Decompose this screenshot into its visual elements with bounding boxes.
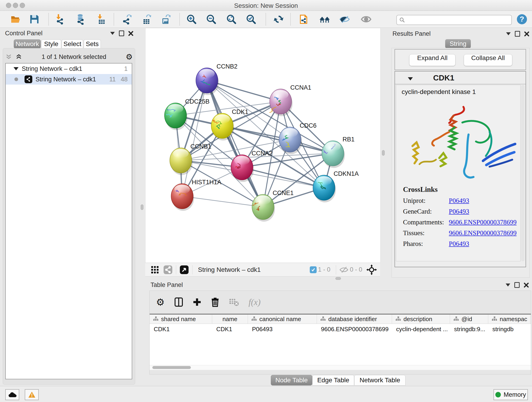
help-button[interactable]: ? bbox=[516, 14, 527, 25]
panel-close-icon[interactable] bbox=[524, 32, 529, 36]
graph-node-CDC6[interactable]: CDC6 bbox=[279, 122, 317, 154]
column-type-icon bbox=[395, 316, 401, 323]
graph-node-CDK1[interactable]: CDK1 bbox=[211, 108, 248, 140]
panel-collapse-icon[interactable] bbox=[506, 283, 510, 287]
tab-network-table[interactable]: Network Table bbox=[354, 375, 405, 385]
home-button[interactable] bbox=[319, 14, 330, 25]
export-network-button[interactable] bbox=[122, 14, 133, 25]
panel-collapse-icon[interactable] bbox=[506, 32, 511, 35]
scrollbar-thumb[interactable] bbox=[152, 366, 191, 369]
network-options-gear-icon[interactable]: ⚙ bbox=[126, 52, 133, 61]
column-header-name[interactable]: name bbox=[212, 314, 248, 324]
zoom-out-button[interactable] bbox=[206, 14, 217, 25]
import-network-from-database-button[interactable] bbox=[75, 14, 86, 25]
table-horizontal-scrollbar[interactable] bbox=[150, 365, 531, 370]
birds-eye-crosshair-icon[interactable] bbox=[366, 264, 377, 275]
results-scrollbar[interactable] bbox=[521, 85, 525, 261]
delete-table-icon[interactable] bbox=[229, 298, 239, 306]
save-session-button[interactable] bbox=[29, 14, 40, 25]
graph-node-CCNB2[interactable]: CCNB2 bbox=[196, 63, 238, 95]
toolbar-separator bbox=[290, 13, 291, 26]
add-column-icon[interactable] bbox=[193, 298, 201, 306]
panel-float-icon[interactable] bbox=[515, 31, 520, 37]
crosslink-label: Pharos: bbox=[403, 240, 449, 248]
column-header-namespac[interactable]: namespac bbox=[488, 314, 530, 324]
zoom-fit-button[interactable] bbox=[226, 14, 237, 25]
column-header-database-identifier[interactable]: database identifier bbox=[317, 314, 392, 324]
open-in-new-window-icon[interactable] bbox=[179, 265, 189, 274]
export-table-button[interactable] bbox=[141, 14, 152, 25]
tab-select[interactable]: Select bbox=[62, 39, 83, 49]
refresh-button[interactable] bbox=[273, 14, 284, 25]
graph-node-HIST1H1A[interactable]: HIST1H1A bbox=[171, 179, 221, 211]
column-header-label: namespac bbox=[500, 316, 527, 323]
cloud-status-button[interactable] bbox=[5, 389, 19, 400]
share-document-button[interactable] bbox=[298, 14, 310, 25]
memory-button[interactable]: Memory bbox=[494, 389, 528, 400]
column-header-shared-name[interactable]: shared name bbox=[150, 314, 212, 324]
node-label-CDC25B: CDC25B bbox=[185, 98, 210, 105]
column-header-canonical-name[interactable]: canonical name bbox=[248, 314, 317, 324]
tab-style[interactable]: Style bbox=[41, 39, 61, 49]
main-toolbar: ? bbox=[0, 11, 532, 28]
gene-section-header[interactable]: CDK1 bbox=[395, 71, 526, 84]
panel-collapse-icon[interactable] bbox=[110, 32, 115, 35]
warnings-button[interactable] bbox=[25, 389, 39, 400]
section-expand-icon[interactable] bbox=[408, 77, 413, 80]
show-all-eye-icon[interactable] bbox=[361, 14, 372, 25]
graph-node-CCNE1[interactable]: CCNE1 bbox=[252, 190, 294, 222]
graph-node-CDKN1A[interactable]: CDKN1A bbox=[313, 170, 359, 202]
svg-text:?: ? bbox=[520, 15, 524, 23]
import-table-from-file-button[interactable] bbox=[96, 14, 107, 25]
selected-checkbox-icon[interactable] bbox=[310, 266, 317, 273]
open-session-button[interactable] bbox=[10, 14, 21, 25]
right-splitter-handle[interactable] bbox=[382, 150, 385, 156]
table-cell: 9606.ENSP00000378699 bbox=[317, 324, 392, 334]
grid-view-icon[interactable] bbox=[150, 265, 159, 274]
export-image-button[interactable] bbox=[160, 14, 171, 25]
table-settings-gear-icon[interactable]: ⚙ bbox=[156, 297, 165, 308]
crosslink-link[interactable]: 9606.ENSP00000378699 bbox=[449, 218, 517, 226]
delete-column-trash-icon[interactable] bbox=[211, 297, 219, 307]
search-input[interactable] bbox=[407, 16, 509, 24]
tab-network[interactable]: Network bbox=[14, 39, 41, 49]
table-panel: Table Panel ⚙ f(x) shared namenamecanoni… bbox=[147, 280, 532, 386]
window-title: Session: New Session bbox=[0, 2, 532, 9]
hidden-eye-icon[interactable] bbox=[339, 266, 348, 274]
column-header--id[interactable]: @id bbox=[450, 314, 488, 324]
collapse-all-icon[interactable] bbox=[5, 53, 12, 60]
tab-sets[interactable]: Sets bbox=[84, 39, 101, 49]
tab-edge-table[interactable]: Edge Table bbox=[312, 375, 354, 385]
panel-float-icon[interactable] bbox=[514, 282, 520, 288]
table-row[interactable]: CDK1CDK1P064939606.ENSP00000378699cyclin… bbox=[150, 324, 531, 334]
expand-all-button[interactable]: Expand All bbox=[409, 54, 456, 66]
crosslink-link[interactable]: 9606.ENSP00000378699 bbox=[449, 229, 517, 237]
graph-node-RB1[interactable]: RB1 bbox=[322, 136, 355, 168]
tab-string[interactable]: String bbox=[445, 39, 471, 48]
tab-node-table[interactable]: Node Table bbox=[271, 375, 312, 385]
collapse-all-button[interactable]: Collapse All bbox=[464, 54, 512, 66]
network-share-icon[interactable] bbox=[163, 265, 173, 274]
zoom-in-button[interactable] bbox=[186, 14, 197, 25]
show-columns-icon[interactable] bbox=[174, 297, 183, 307]
crosslink-link[interactable]: P06493 bbox=[449, 208, 469, 215]
function-builder-icon[interactable]: f(x) bbox=[249, 297, 261, 307]
gene-description: cyclin-dependent kinase 1 bbox=[402, 88, 476, 96]
horizontal-splitter-handle[interactable] bbox=[336, 277, 341, 280]
panel-close-icon[interactable] bbox=[128, 31, 133, 36]
crosslink-link[interactable]: P06493 bbox=[449, 240, 469, 248]
left-splitter-handle[interactable] bbox=[141, 204, 143, 210]
tree-expand-icon[interactable] bbox=[13, 67, 19, 70]
zoom-selected-button[interactable] bbox=[246, 14, 257, 25]
panel-float-icon[interactable] bbox=[119, 31, 124, 36]
import-network-from-file-button[interactable] bbox=[55, 14, 65, 25]
gene-name: CDK1 bbox=[433, 73, 454, 82]
crosslink-link[interactable]: P06493 bbox=[449, 197, 469, 204]
hide-selected-eye-icon[interactable] bbox=[339, 14, 350, 25]
column-header-description[interactable]: description bbox=[392, 314, 450, 324]
network-graph[interactable]: CCNB2CCNA1CDC25BCDK1CDC6RB1CCNB1CCNA2CDK… bbox=[145, 28, 380, 262]
panel-close-icon[interactable] bbox=[524, 283, 529, 288]
expand-all-icon[interactable] bbox=[15, 53, 22, 60]
network-row[interactable]: String Network – cdk1 11 48 bbox=[6, 74, 132, 85]
network-collection-row[interactable]: String Network – cdk1 1 bbox=[6, 64, 132, 74]
